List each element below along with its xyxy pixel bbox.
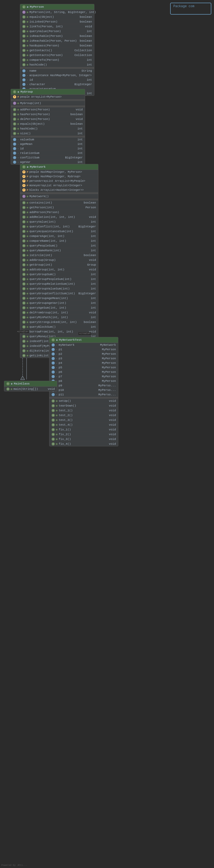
mygroup-constructor-row: C ◉ MyGroup(int) [11, 101, 85, 105]
mnt-field-p9: f - p9 MyPerso... [49, 383, 118, 388]
mnt-field-p8: f - p8 MyPerson [49, 379, 118, 383]
field-acquaintance-row: f - acquaintance HashMap<MyPerson, Integ… [20, 73, 94, 78]
my-network-test-title: MyNetworkTest [59, 338, 82, 342]
mygroup-field-agemean: f - ageMean int [11, 142, 85, 147]
mygroup-method-0: m ◉ addPerson(Person) void [11, 107, 85, 112]
powered-by-label: Powered by JEti... [1, 864, 27, 867]
mnt-method-test1: m ◉ test_1() void [49, 408, 118, 413]
mynetwork-method-addtogroup: m ◉ addtoGroup(int, int) void [20, 267, 98, 272]
mynetwork-method-getgroup: m ◉ getGroup(int) Group [20, 262, 98, 267]
mynetwork-field-moneyarraylist: f # moneyArrayList ArrayList<Integer> [20, 183, 98, 188]
my-person-title: MyPerson [30, 5, 44, 8]
mynetwork-method-getperson: m ◉ getPerson(int) Person [20, 205, 98, 210]
mnt-field-p7: f - p7 MyPerson [49, 374, 118, 379]
method-row-7: m ◉ getContacts() Collection [20, 48, 94, 53]
main-class-box: c ◉ MainClass m ◉ main(String[]) void [4, 381, 57, 392]
mynetwork-method-querygrouprelation: m ◉ queryGroupRelationSum(int) int [20, 282, 98, 286]
package-label: Package com [173, 4, 194, 8]
my-person-visibility: ◉ [27, 5, 28, 8]
field-character-row: f - character BigInteger [20, 82, 94, 87]
mnt-field-p6: f - p6 MyPerson [49, 370, 118, 374]
mygroup-field-people: f # people ArrayList<MyPerson> [11, 95, 85, 99]
mynetwork-method-querypeoplesum: m ◉ queryPeopleSum() int [20, 243, 98, 248]
svg-marker-21 [21, 376, 25, 380]
mynetwork-field-blocks: f # blocks ArrayList<HashSet<Integer>> [20, 188, 98, 192]
mygroup-constructor: MyGroup(int) [20, 102, 83, 105]
main-class-title: MainClass [14, 382, 29, 385]
my-person-constructor-row: C ◉ MyPerson(int, String, BigInteger, in… [20, 10, 94, 14]
main-method-main: m ◉ main(String[]) void [4, 386, 57, 391]
mygroup-field-relationsum: f - relationSum int [11, 151, 85, 155]
my-network-header: c ◉ MyNetwork [20, 164, 98, 170]
mnt-field-p4: f - p4 MyPerson [49, 361, 118, 365]
mygroup-method-2: m ◉ delPerson(Person) void [11, 117, 85, 122]
create-label-2: «create» [17, 330, 29, 333]
method-row-3: m ◉ queryValue(Person) int [20, 29, 94, 34]
my-group-title: MyGroup [21, 90, 33, 93]
my-person-header: c ◉ MyPerson [20, 4, 94, 10]
mnt-field-mynetwork: f - myNetwork MyNetwork [49, 343, 118, 347]
mygroup-method-4: m ◉ hashCode() int [11, 126, 85, 131]
package-box: Package com [170, 3, 211, 14]
mynetwork-method-querygroupsum: m ◉ queryGroupSum() int [20, 272, 98, 277]
my-group-box: c ◉ MyGroup f # people ArrayList<MyPerso… [11, 89, 85, 164]
mygroup-field-conflictsum: f - conflictSum BigInteger [11, 155, 85, 160]
mnt-field-p5: f - p5 MyPerson [49, 365, 118, 370]
mnt-method-teardown: m ◉ tearDown() void [49, 403, 118, 408]
my-group-header: c ◉ MyGroup [11, 89, 85, 95]
mnt-method-fix4: m ◉ fix_4() void [49, 441, 118, 446]
mynetwork-method-addperson: m ◉ addPerson(Person) [20, 210, 98, 215]
constructor-icon: C [22, 11, 26, 14]
mynetwork-method-queryminpath: m ◉ queryMinPath(int, int) int [20, 315, 98, 320]
field-name-row: f - name String [20, 69, 94, 73]
mynetwork-method-compareage: m ◉ compareAge(int, int) int [20, 234, 98, 239]
mynetwork-method-querygroupagevar: m ◉ queryGroupAgeVar(int) int [20, 301, 98, 305]
mnt-field-p3: f - p3 MyPerson [49, 356, 118, 361]
mnt-field-p11: f - p11 MyPerso... [49, 393, 118, 397]
my-network-test-box: c ◉ MyNetworkTest f - myNetwork MyNetwor… [49, 337, 118, 446]
mynetwork-method-queryconflict: m ◉ queryConflict(int, int) BigInteger [20, 224, 98, 229]
main-class-header: c ◉ MainClass [4, 381, 57, 386]
my-network-title: MyNetwork [30, 165, 46, 168]
method-row-10: m ◉ hashCode() int [20, 62, 94, 67]
my-person-icon: c [22, 5, 26, 8]
my-person-box: c ◉ MyPerson C ◉ MyPerson(int, String, B… [20, 4, 95, 96]
mnt-field-p1: f - p1 MyPerson [49, 347, 118, 352]
method-row-6: m ◉ hasBypass(Person) boolean [20, 43, 94, 48]
mygroup-field-agevar: f - ageVar int [11, 160, 85, 164]
mnt-field-p10: f - p10 MyPerso... [49, 388, 118, 393]
mynetwork-method-addrelation: m ◉ addRelation(int, int, int) void [20, 215, 98, 219]
mynetwork-method-addgroup: m ◉ addGroup(Group) void [20, 258, 98, 262]
mnt-field-p2: f - p2 MyPerson [49, 352, 118, 356]
my-person-constructor: MyPerson(int, String, BigInteger, int) [29, 11, 96, 14]
my-network-box: c ◉ MyNetwork f # people HashMap<Integer… [20, 164, 98, 358]
mnt-method-fix2: m ◉ fix_2() void [49, 432, 118, 437]
method-row-0: m ◉ equals(Object) boolean [20, 14, 94, 19]
mygroup-method-3: m ◉ equals(Object) boolean [11, 122, 85, 126]
mygroup-method-1: m ◉ hasPerson(Person) boolean [11, 112, 85, 117]
mnt-method-fix1: m ◉ fix_1() void [49, 427, 118, 432]
mynetwork-constructor: MyNetwork() [29, 195, 96, 198]
mynetwork-method-comparename: m ◉ compareName(int, int) int [20, 239, 98, 243]
mynetwork-method-contains: m ◉ contains(int) boolean [20, 200, 98, 205]
method-row-4: m ◉ isReachable(Person) boolean [20, 34, 94, 38]
mygroup-field-valuesum: f - valueSum int [11, 137, 85, 142]
mnt-method-test4: m ◉ test_4() void [49, 423, 118, 427]
mynetwork-method-delfromgroup: m ◉ delFromGroup(int, int) void [20, 310, 98, 315]
mynetwork-method-querygroupagemean: m ◉ queryGroupAgeMean(int) int [20, 296, 98, 301]
mnt-method-setup: m ◉ setUp() void [49, 399, 118, 403]
field-id-row: f - id int [20, 78, 94, 82]
mynetwork-method-queryagesum: m ◉ queryAgeSum(int, int) int [20, 305, 98, 310]
mygroup-method-5: m ◉ size() int [11, 131, 85, 136]
mynetwork-method-querynamerank: m ◉ queryNameRank(int) int [20, 248, 98, 253]
method-row-8: m ◉ getContacts(Person) Collection [20, 53, 94, 58]
method-row-9: m ◉ compareTo(Person) int [20, 58, 94, 62]
mnt-method-fix3: m ◉ fix_3() void [49, 437, 118, 441]
mynetwork-method-querygroupvalue: m ◉ queryGroupValueSum(int) int [20, 286, 98, 291]
create-label-1: «create» [78, 332, 91, 335]
mnt-method-test3: m ◉ test_3() void [49, 418, 118, 423]
method-row-2: m ◉ linkTo(Person, int) void [20, 24, 94, 29]
mynetwork-method-querystronglinked: m ◉ queryStrongLinked(int, int) boolean [20, 320, 98, 324]
mynetwork-constructor-row: C ◉ MyNetwork() [20, 194, 98, 199]
mygroup-field-id: f - id int [11, 147, 85, 151]
